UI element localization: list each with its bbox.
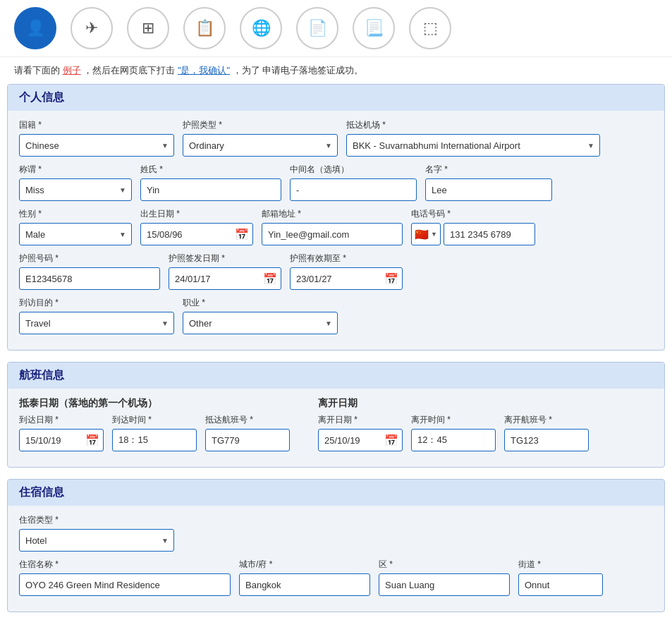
id-card-icon: 📄 bbox=[308, 19, 327, 37]
nav-person[interactable]: 👤 bbox=[14, 7, 56, 49]
nav-document2[interactable]: 📃 bbox=[353, 7, 395, 49]
group-arrival-time: 到达时间 * bbox=[112, 414, 197, 451]
gender-select[interactable]: Male bbox=[19, 223, 132, 245]
arrival-time-input[interactable] bbox=[112, 429, 197, 451]
accommodation-type-label: 住宿类型 * bbox=[19, 514, 174, 526]
nav-globe[interactable]: 🌐 bbox=[240, 7, 282, 49]
accommodation-type-select-wrapper[interactable]: Hotel ▼ bbox=[19, 529, 174, 552]
departure-time-input[interactable] bbox=[411, 429, 496, 451]
row-name: 称谓 * Miss ▼ 姓氏 * 中间名（选填） 名字 * bbox=[19, 164, 653, 201]
nationality-select-wrapper[interactable]: Chinese ▼ bbox=[19, 134, 174, 157]
group-phone: 电话号码 * 🇨🇳 ▼ bbox=[411, 208, 535, 245]
occupation-select-wrapper[interactable]: Other ▼ bbox=[183, 312, 338, 334]
group-dob: 出生日期 * 📅 bbox=[140, 208, 253, 245]
accommodation-section: 住宿信息 住宿类型 * Hotel ▼ 住宿名称 * 城市/府 * bbox=[7, 479, 665, 612]
group-departure-date: 离开日期 * 📅 bbox=[318, 414, 403, 451]
district-input[interactable] bbox=[379, 573, 510, 596]
row-passport: 护照号码 * 护照签发日期 * 📅 护照有效期至 * 📅 bbox=[19, 252, 653, 290]
gender-select-wrapper[interactable]: Male ▼ bbox=[19, 223, 132, 245]
first-name-input[interactable] bbox=[425, 178, 552, 201]
building-icon: ⊞ bbox=[142, 19, 154, 37]
dob-input[interactable] bbox=[140, 223, 253, 245]
document2-icon: 📃 bbox=[365, 19, 384, 37]
passport-expiry-label: 护照有效期至 * bbox=[290, 252, 403, 264]
group-district: 区 * bbox=[379, 559, 510, 596]
purpose-select-wrapper[interactable]: Travel ▼ bbox=[19, 312, 174, 334]
flight-info-section: 航班信息 抵泰日期（落地的第一个机场） 到达日期 * 📅 到达时间 * bbox=[7, 362, 665, 468]
china-flag-icon: 🇨🇳 bbox=[415, 228, 429, 241]
last-name-label: 姓氏 * bbox=[140, 164, 281, 176]
phone-label: 电话号码 * bbox=[411, 208, 535, 220]
nav-document[interactable]: 📋 bbox=[183, 7, 226, 49]
arrival-airport-select-wrapper[interactable]: BKK - Suvarnabhumi International Airport… bbox=[346, 134, 600, 157]
departure-details-row: 离开日期 * 📅 离开时间 * 离开航班号 * bbox=[318, 414, 589, 451]
nav-airplane[interactable]: ✈ bbox=[71, 7, 113, 49]
country-code-select[interactable]: 🇨🇳 ▼ bbox=[411, 223, 441, 245]
group-title: 称谓 * Miss ▼ bbox=[19, 164, 132, 201]
row-accommodation-type: 住宿类型 * Hotel ▼ bbox=[19, 514, 653, 552]
country-code-dropdown-arrow: ▼ bbox=[431, 231, 437, 238]
group-street: 街道 * bbox=[518, 559, 603, 596]
group-passport-expiry: 护照有效期至 * 📅 bbox=[290, 252, 403, 290]
group-purpose: 到访目的 * Travel ▼ bbox=[19, 297, 174, 334]
arrival-airport-select[interactable]: BKK - Suvarnabhumi International Airport bbox=[346, 134, 600, 157]
departure-date-input-wrapper: 📅 bbox=[318, 429, 403, 451]
arrival-flight-input[interactable] bbox=[205, 429, 290, 451]
passport-type-label: 护照类型 * bbox=[183, 119, 338, 131]
purpose-select[interactable]: Travel bbox=[19, 312, 174, 334]
passport-no-input[interactable] bbox=[19, 267, 160, 290]
group-departure-time: 离开时间 * bbox=[411, 414, 496, 451]
dob-input-wrapper: 📅 bbox=[140, 223, 253, 245]
departure-group: 离开日期 离开日期 * 📅 离开时间 * 离开航班号 * bbox=[318, 397, 589, 458]
passport-issue-input-wrapper: 📅 bbox=[169, 267, 281, 290]
title-select-wrapper[interactable]: Miss ▼ bbox=[19, 178, 132, 201]
group-gender: 性别 * Male ▼ bbox=[19, 208, 132, 245]
personal-info-title: 个人信息 bbox=[8, 85, 664, 111]
occupation-select[interactable]: Other bbox=[183, 312, 338, 334]
phone-input[interactable] bbox=[444, 223, 535, 245]
accommodation-type-select[interactable]: Hotel bbox=[19, 529, 174, 552]
nav-id-card[interactable]: 📄 bbox=[296, 7, 338, 49]
nav-face[interactable]: ⬚ bbox=[409, 7, 451, 49]
street-input[interactable] bbox=[518, 573, 603, 596]
arrival-subtitle: 抵泰日期（落地的第一个机场） bbox=[19, 397, 290, 410]
group-email: 邮箱地址 * bbox=[262, 208, 403, 245]
person-icon: 👤 bbox=[26, 19, 45, 37]
email-input[interactable] bbox=[262, 223, 403, 245]
departure-time-label: 离开时间 * bbox=[411, 414, 496, 426]
nationality-select[interactable]: Chinese bbox=[19, 134, 174, 157]
passport-expiry-input[interactable] bbox=[290, 267, 403, 290]
row-purpose: 到访目的 * Travel ▼ 职业 * Other ▼ bbox=[19, 297, 653, 334]
passport-type-select-wrapper[interactable]: Ordinary ▼ bbox=[183, 134, 338, 157]
arrival-date-input[interactable] bbox=[19, 429, 104, 451]
dob-label: 出生日期 * bbox=[140, 208, 253, 220]
middle-name-input[interactable] bbox=[290, 178, 417, 201]
middle-name-label: 中间名（选填） bbox=[290, 164, 417, 176]
nav-building[interactable]: ⊞ bbox=[127, 7, 169, 49]
top-navigation: 👤 ✈ ⊞ 📋 🌐 📄 📃 ⬚ bbox=[0, 0, 672, 57]
departure-date-label: 离开日期 * bbox=[318, 414, 403, 426]
city-label: 城市/府 * bbox=[239, 559, 370, 571]
notice-middle: ，然后在网页底下打击 bbox=[83, 65, 175, 75]
last-name-input[interactable] bbox=[140, 178, 281, 201]
city-input[interactable] bbox=[239, 573, 370, 596]
email-label: 邮箱地址 * bbox=[262, 208, 403, 220]
departure-flight-input[interactable] bbox=[504, 429, 589, 451]
passport-type-select[interactable]: Ordinary bbox=[183, 134, 338, 157]
arrival-airport-label: 抵达机场 * bbox=[346, 119, 600, 131]
departure-date-input[interactable] bbox=[318, 429, 403, 451]
confirm-link[interactable]: "是，我确认" bbox=[178, 65, 230, 75]
notice-suffix: ，为了 申请电子落地签证成功。 bbox=[233, 65, 364, 75]
title-select[interactable]: Miss bbox=[19, 178, 132, 201]
occupation-label: 职业 * bbox=[183, 297, 338, 309]
group-arrival-airport: 抵达机场 * BKK - Suvarnabhumi International … bbox=[346, 119, 600, 157]
accommodation-name-input[interactable] bbox=[19, 573, 231, 596]
group-last-name: 姓氏 * bbox=[140, 164, 281, 201]
notice-prefix: 请看下面的 bbox=[14, 65, 60, 75]
passport-issue-input[interactable] bbox=[169, 267, 281, 290]
arrival-date-input-wrapper: 📅 bbox=[19, 429, 104, 451]
departure-flight-label: 离开航班号 * bbox=[504, 414, 589, 426]
document-icon: 📋 bbox=[195, 19, 214, 37]
example-link[interactable]: 例子 bbox=[63, 65, 81, 75]
group-middle-name: 中间名（选填） bbox=[290, 164, 417, 201]
